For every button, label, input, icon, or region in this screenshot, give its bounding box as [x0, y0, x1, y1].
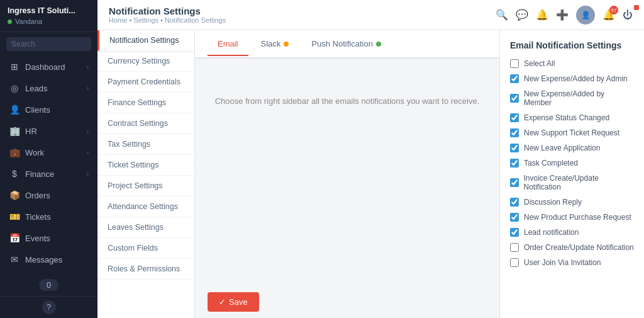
checkbox-label: Order Create/Update Notification — [524, 243, 634, 252]
leads-icon: ◎ — [9, 83, 20, 93]
sidebar-item-leads[interactable]: ◎ Leads › — [0, 77, 97, 99]
checkbox-leave-app: New Leave Application — [510, 144, 634, 152]
checkbox-expense-status-input[interactable] — [510, 113, 519, 122]
topbar-actions: 🔍 💬 🔔 ➕ 👤 🔔 57 ⏻ — [496, 6, 633, 25]
checkbox-product-purchase-input[interactable] — [510, 213, 519, 222]
user-info: Vandana — [8, 18, 90, 25]
checkbox-invoice-notify-input[interactable] — [510, 178, 519, 187]
sidebar-item-orders[interactable]: 📦 Orders — [0, 185, 97, 206]
sidebar-item-clients[interactable]: 👤 Clients — [0, 99, 97, 120]
checkbox-label: New Expense/Added by Member — [524, 89, 634, 107]
sidebar-item-messages[interactable]: ✉ Messages — [0, 249, 97, 270]
settings-menu-label: Roles & Permissions — [108, 264, 180, 273]
checkbox-order-notify-input[interactable] — [510, 243, 519, 252]
settings-menu-custom[interactable]: Custom Fields — [97, 238, 194, 259]
settings-menu-roles[interactable]: Roles & Permissions — [97, 259, 194, 280]
settings-menu-ticket[interactable]: Ticket Settings — [97, 155, 194, 176]
sidebar-item-label: Finance — [25, 169, 54, 179]
settings-menu-currency[interactable]: Currency Settings — [97, 51, 194, 72]
tabs-bar: Email Slack Push Notification — [195, 30, 499, 59]
panel-content: Choose from right sidebar all the emails… — [195, 59, 499, 286]
help-icon[interactable]: ? — [42, 300, 56, 314]
checkbox-new-expense-member-input[interactable] — [510, 94, 519, 103]
clients-icon: 👤 — [9, 105, 20, 115]
settings-menu-leaves[interactable]: Leaves Settings — [97, 217, 194, 238]
sidebar-item-label: Events — [25, 234, 50, 243]
checkbox-order-notify: Order Create/Update Notification — [510, 243, 634, 252]
settings-menu-tax[interactable]: Tax Settings — [97, 134, 194, 155]
bell-icon[interactable]: 🔔 — [536, 9, 548, 21]
counter-badge: 0 — [39, 279, 58, 291]
settings-menu-contract[interactable]: Contract Settings — [97, 113, 194, 134]
tab-email[interactable]: Email — [208, 33, 248, 56]
sidebar-search-input[interactable] — [6, 37, 91, 51]
checkbox-select-all: Select All — [510, 59, 634, 68]
notification-bell[interactable]: 🔔 57 — [602, 9, 615, 21]
right-panel-title: Email Notification Settings — [510, 40, 634, 50]
work-icon: 💼 — [9, 147, 20, 157]
settings-menu-finance[interactable]: Finance Settings — [97, 93, 194, 113]
settings-menu-label: Tax Settings — [108, 140, 150, 149]
sidebar-item-events[interactable]: 📅 Events — [0, 227, 97, 249]
checkbox-new-expense-admin-input[interactable] — [510, 74, 519, 83]
settings-menu-label: Leaves Settings — [108, 223, 164, 232]
tab-slack[interactable]: Slack — [251, 33, 299, 56]
sidebar-item-label: HR — [25, 127, 37, 136]
settings-menu-label: Attendance Settings — [108, 202, 178, 211]
messages-icon: ✉ — [9, 254, 20, 264]
sidebar-item-label: Messages — [25, 255, 62, 264]
sidebar-item-tickets[interactable]: 🎫 Tickets — [0, 206, 97, 227]
tab-label: Push Notification — [311, 39, 373, 48]
save-button[interactable]: ✓ Save — [208, 292, 259, 312]
sidebar-item-label: Tickets — [25, 212, 51, 222]
help-footer: ? — [0, 296, 97, 318]
checkbox-label: Expense Status Changed — [524, 113, 609, 122]
sidebar-item-label: Work — [25, 148, 44, 157]
sidebar-item-work[interactable]: 💼 Work › — [0, 142, 97, 163]
checkbox-lead-notify-input[interactable] — [510, 228, 519, 237]
tab-push[interactable]: Push Notification — [301, 33, 391, 56]
chevron-icon: › — [87, 149, 89, 156]
checkbox-discussion-reply-input[interactable] — [510, 198, 519, 207]
sidebar-footer: 0 — [0, 274, 97, 296]
avatar[interactable]: 👤 — [576, 6, 595, 25]
checkbox-leave-app-input[interactable] — [510, 144, 519, 152]
sidebar-item-label: Orders — [25, 191, 50, 200]
settings-menu-notification[interactable]: Notification Settings — [97, 30, 194, 51]
tab-label: Email — [218, 39, 238, 48]
main-content: Notification Settings Home • Settings • … — [97, 0, 644, 318]
sidebar-item-hr[interactable]: 🏢 HR › — [0, 120, 97, 142]
checkbox-discussion-reply: Discussion Reply — [510, 198, 634, 207]
chat-icon[interactable]: 💬 — [516, 9, 528, 21]
settings-menu-project[interactable]: Project Settings — [97, 176, 194, 196]
info-text: Choose from right sidebar all the emails… — [208, 96, 487, 106]
sidebar-item-finance[interactable]: $ Finance › — [0, 163, 97, 185]
main-panel: Email Slack Push Notification Choose fro… — [195, 30, 499, 318]
checkbox-select-all-input[interactable] — [510, 59, 519, 68]
brand-name: Ingress IT Soluti... — [8, 6, 90, 15]
checkbox-expense-status: Expense Status Changed — [510, 113, 634, 122]
avatar-icon: 👤 — [581, 11, 591, 20]
add-icon[interactable]: ➕ — [556, 9, 569, 21]
settings-menu-payment[interactable]: Payment Credentials — [97, 72, 194, 93]
checkbox-label: User Join Via Invitation — [524, 258, 601, 267]
sidebar-item-label: Leads — [25, 84, 47, 93]
checkbox-user-join-input[interactable] — [510, 258, 519, 267]
sidebar-item-dashboard[interactable]: ⊞ Dashboard › — [0, 56, 97, 77]
checkbox-product-purchase: New Product Purchase Request — [510, 213, 634, 222]
checkbox-support-ticket: New Support Ticket Request — [510, 128, 634, 137]
checkbox-task-complete-input[interactable] — [510, 159, 519, 168]
checkbox-support-ticket-input[interactable] — [510, 128, 519, 137]
settings-menu-label: Project Settings — [108, 181, 163, 190]
checkbox-user-join: User Join Via Invitation — [510, 258, 634, 267]
topbar: Notification Settings Home • Settings • … — [97, 0, 644, 30]
checkbox-label: Select All — [524, 59, 555, 68]
settings-menu-label: Contract Settings — [108, 119, 168, 128]
checkbox-label: New Expense/Added by Admin — [524, 74, 628, 83]
checkbox-label: Lead notification — [524, 228, 579, 237]
save-label: Save — [229, 297, 248, 307]
power-icon[interactable]: ⏻ — [623, 9, 633, 21]
checkbox-label: New Product Purchase Request — [524, 213, 631, 222]
settings-menu-attendance[interactable]: Attendance Settings — [97, 196, 194, 217]
search-icon[interactable]: 🔍 — [496, 9, 508, 21]
